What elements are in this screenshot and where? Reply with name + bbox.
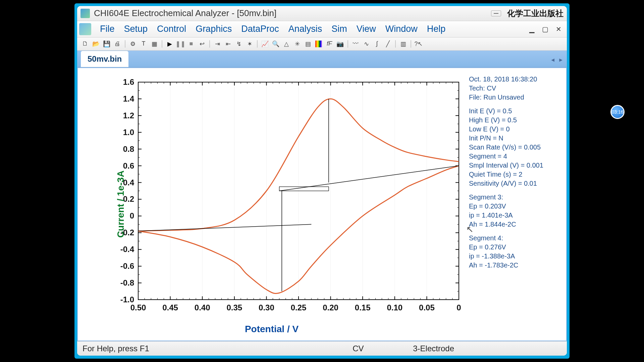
svg-text:0.50: 0.50 [130, 303, 146, 312]
param-line-4: Scan Rate (V/s) = 0.005 [469, 143, 561, 152]
svg-text:1.6: 1.6 [123, 77, 134, 86]
publisher-label: 化学工业出版社 [507, 8, 564, 19]
mouse-cursor-icon: ↖ [466, 224, 474, 235]
svg-text:0.6: 0.6 [123, 161, 134, 170]
pause-icon[interactable]: ❚❚ [176, 40, 185, 48]
param-line-8: Sensitivity (A/V) = 0.01 [469, 179, 561, 188]
svg-text:0.35: 0.35 [226, 303, 242, 312]
mdi-close-button[interactable]: ✕ [554, 25, 563, 33]
mdi-restore-button[interactable]: ▢ [541, 25, 549, 33]
tab-document[interactable]: 50mv.bin [80, 51, 129, 67]
param-line-2: Low E (V) = 0 [469, 125, 561, 134]
technique-icon[interactable]: ⚙ [128, 40, 138, 48]
text-tool-icon[interactable]: T [139, 40, 148, 48]
info-panel: Oct. 18, 2018 16:38:20 Tech: CV File: Ru… [466, 68, 566, 341]
param-line-7: Quiet Time (s) = 2 [469, 170, 561, 179]
menu-graphics[interactable]: Graphics [191, 22, 236, 36]
minimize-box-icon[interactable] [491, 10, 501, 16]
toolbar: 🗋 📂 💾 🖨 ⚙ T ▦ ▶ ❚❚ ■ ↩ ⇥ ⇤ ↯ ✶ 📈 🔍 △ ✳ ▤ [77, 38, 567, 51]
status-help: For Help, press F1 [83, 344, 332, 353]
copy-graph-icon[interactable]: 📷 [335, 40, 345, 48]
svg-text:1.4: 1.4 [123, 94, 135, 103]
param-line-1: High E (V) = 0.5 [469, 116, 561, 125]
svg-text:-0.6: -0.6 [120, 261, 134, 270]
app-small-icon [79, 23, 91, 35]
svg-text:0.40: 0.40 [195, 303, 210, 312]
menu-analysis[interactable]: Analysis [284, 22, 327, 36]
repeat-icon[interactable]: ↩ [197, 40, 207, 48]
svg-line-243 [279, 166, 459, 191]
menu-window[interactable]: Window [381, 22, 422, 36]
param-line-6: Smpl Interval (V) = 0.001 [469, 161, 561, 170]
save-icon[interactable]: 💾 [102, 40, 111, 48]
svg-text:1.0: 1.0 [123, 128, 134, 137]
mdi-minimize-button[interactable]: ▁ [527, 25, 536, 33]
baseline-icon[interactable]: ╱ [383, 40, 392, 48]
step-icon[interactable]: ⇥ [213, 40, 222, 48]
content-area: Current / 1e-3A -1.0-0.8-0.6-0.4-0.200.2… [77, 67, 567, 341]
svg-line-244 [138, 224, 311, 231]
info-datetime: Oct. 18, 2018 16:38:20 [469, 75, 561, 84]
smooth-icon[interactable]: 〰 [351, 40, 360, 48]
cv-chart: -1.0-0.8-0.6-0.4-0.200.20.40.60.81.01.21… [95, 75, 466, 334]
tab-prev-icon[interactable]: ◄ [550, 57, 555, 63]
font-icon[interactable]: fF [325, 40, 334, 48]
status-technique: CV [353, 344, 393, 353]
menu-setup[interactable]: Setup [119, 22, 153, 36]
seg3-line-0: Segment 3: [469, 193, 561, 202]
svg-text:0: 0 [130, 211, 134, 220]
color-icon[interactable] [314, 40, 323, 48]
seg4-line-1: Ep = 0.276V [469, 243, 561, 252]
derivative-icon[interactable]: ∿ [362, 40, 371, 48]
zoom-icon[interactable]: 🔍 [271, 40, 280, 48]
window-title: CHI604E Electrochemical Analyzer - [50mv… [94, 8, 491, 18]
filter-icon[interactable]: ✶ [245, 40, 254, 48]
seg3-line-2: ip = 1.401e-3A [469, 211, 561, 220]
app-icon [80, 9, 90, 18]
svg-text:0: 0 [457, 303, 461, 312]
svg-text:0.30: 0.30 [259, 303, 274, 312]
zero-icon[interactable]: ⇤ [223, 40, 233, 48]
seg3-line-1: Ep = 0.203V [469, 202, 561, 211]
seg4-line-2: ip = -1.388e-3A [469, 252, 561, 261]
param-line-3: Init P/N = N [469, 134, 561, 143]
peak-icon[interactable]: △ [282, 40, 291, 48]
menu-dataproc[interactable]: DataProc [236, 22, 284, 36]
run-icon[interactable]: ▶ [165, 40, 174, 48]
graph-options-icon[interactable]: 📈 [260, 40, 270, 48]
svg-text:0.15: 0.15 [355, 303, 371, 312]
timestamp-text: 03:16 [611, 109, 623, 115]
menu-view[interactable]: View [352, 22, 381, 36]
status-electrode: 3-Electrode [413, 344, 454, 353]
tab-next-icon[interactable]: ► [558, 57, 564, 63]
param-line-5: Segment = 4 [469, 152, 561, 161]
svg-text:0.10: 0.10 [387, 303, 402, 312]
y-axis-label: Current / 1e-3A [115, 171, 126, 238]
info-tech: Tech: CV [469, 84, 561, 93]
parameters-icon[interactable]: ▦ [150, 40, 159, 48]
stop-icon[interactable]: ■ [186, 40, 196, 48]
print-icon[interactable]: 🖨 [113, 40, 122, 48]
menu-help[interactable]: Help [422, 22, 450, 36]
seg4-line-3: Ah = -1.783e-2C [469, 261, 561, 270]
seg4-line-0: Segment 4: [469, 234, 561, 243]
svg-text:0.8: 0.8 [123, 144, 134, 154]
timestamp-badge: 03:16 [610, 105, 625, 119]
svg-text:-0.4: -0.4 [120, 245, 135, 254]
menu-sim[interactable]: Sim [327, 22, 352, 36]
menu-file[interactable]: File [95, 22, 119, 36]
svg-text:0.05: 0.05 [419, 303, 435, 312]
open-file-icon[interactable]: 📂 [91, 40, 101, 48]
new-file-icon[interactable]: 🗋 [80, 40, 90, 48]
menu-control[interactable]: Control [152, 22, 191, 36]
data-view-icon[interactable]: ▥ [398, 40, 408, 48]
param-line-0: Init E (V) = 0.5 [469, 107, 561, 116]
menubar: FileSetupControlGraphicsDataProcAnalysis… [77, 21, 567, 38]
integrate-icon[interactable]: ∫ [372, 40, 382, 48]
peak-define-icon[interactable]: ✳ [292, 40, 302, 48]
app-window: CHI604E Electrochemical Analyzer - [50mv… [77, 6, 567, 356]
data-list-icon[interactable]: ▤ [303, 40, 313, 48]
ir-icon[interactable]: ↯ [234, 40, 244, 48]
x-axis-label: Potential / V [245, 324, 299, 335]
whats-this-icon[interactable]: ?↖ [414, 40, 423, 48]
